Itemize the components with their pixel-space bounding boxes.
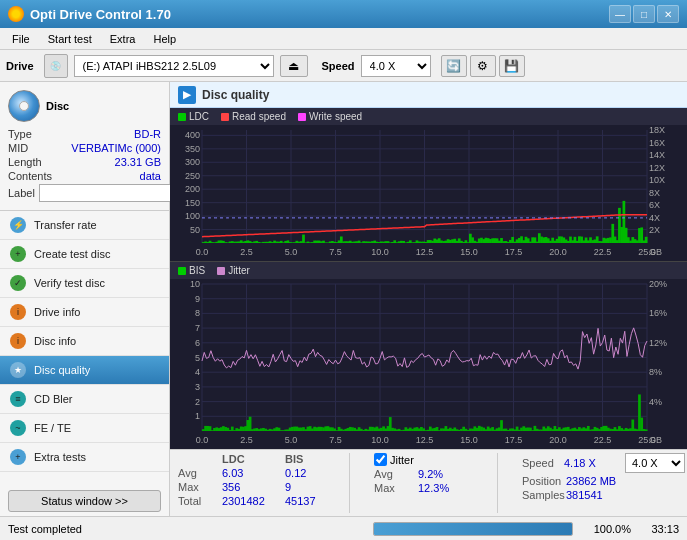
status-text: Test completed xyxy=(8,523,365,535)
length-value: 23.31 GB xyxy=(115,156,161,168)
samples-row: Samples 381541 xyxy=(522,489,685,501)
disc-header-label: Disc xyxy=(46,100,69,112)
cd-bler-label: CD Bler xyxy=(34,393,73,405)
app-icon xyxy=(8,6,24,22)
menu-help[interactable]: Help xyxy=(145,31,184,47)
status-window-button[interactable]: Status window >> xyxy=(8,490,161,512)
speed-label: Speed xyxy=(522,457,558,469)
position-label: Position xyxy=(522,475,558,487)
quality-icon: ▶ xyxy=(178,86,196,104)
drive-bar: Drive 💿 (E:) ATAPI iHBS212 2.5L09 ⏏ Spee… xyxy=(0,50,687,82)
bis-max: 9 xyxy=(285,481,325,493)
chart2-legend: BIS Jitter xyxy=(170,262,687,279)
minimize-button[interactable]: — xyxy=(609,5,631,23)
read-speed-dot xyxy=(221,113,229,121)
write-speed-label: Write speed xyxy=(309,111,362,122)
jitter-label: Jitter xyxy=(228,265,250,276)
ldc-total: 2301482 xyxy=(222,495,277,507)
total-row: Total 2301482 45137 xyxy=(178,495,325,507)
quality-header: ▶ Disc quality xyxy=(170,82,687,108)
label-input[interactable] xyxy=(39,184,172,202)
chart2-canvas xyxy=(170,279,687,449)
speed-select[interactable]: 4.0 X xyxy=(361,55,431,77)
menu-file[interactable]: File xyxy=(4,31,38,47)
sidebar-item-disc-quality[interactable]: ★ Disc quality xyxy=(0,356,169,385)
sidebar-item-create-test-disc[interactable]: + Create test disc xyxy=(0,240,169,269)
sidebar-item-verify-test-disc[interactable]: ✓ Verify test disc xyxy=(0,269,169,298)
contents-value: data xyxy=(140,170,161,182)
ldc-max: 356 xyxy=(222,481,277,493)
sidebar-item-drive-info[interactable]: i Drive info xyxy=(0,298,169,327)
nav-items: ⚡ Transfer rate + Create test disc ✓ Ver… xyxy=(0,211,169,486)
disc-icon xyxy=(8,90,40,122)
status-bar: Test completed 100.0% 33:13 xyxy=(0,516,687,540)
position-row: Position 23862 MB xyxy=(522,475,685,487)
menu-start-test[interactable]: Start test xyxy=(40,31,100,47)
refresh-button[interactable]: 🔄 xyxy=(441,55,467,77)
sidebar: Disc Type BD-R MID VERBATIMc (000) Lengt… xyxy=(0,82,170,516)
max-label: Max xyxy=(178,481,214,493)
samples-label: Samples xyxy=(522,489,558,501)
sidebar-item-extra-tests[interactable]: + Extra tests xyxy=(0,443,169,472)
ldc-avg: 6.03 xyxy=(222,467,277,479)
jitter-check: Jitter xyxy=(374,453,473,466)
drive-info-icon: i xyxy=(10,304,26,320)
sidebar-item-cd-bler[interactable]: ≡ CD Bler xyxy=(0,385,169,414)
jitter-max-row: Max 12.3% xyxy=(374,482,473,494)
drive-info-label: Drive info xyxy=(34,306,80,318)
settings-button[interactable]: ⚙ xyxy=(470,55,496,77)
legend-read-speed: Read speed xyxy=(221,111,286,122)
jitter-max: 12.3% xyxy=(418,482,473,494)
stats-labels-col: LDC BIS Avg 6.03 0.12 Max 356 9 Total 23… xyxy=(178,453,325,507)
content-area: ▶ Disc quality LDC Read speed Write spee… xyxy=(170,82,687,516)
ldc-dot xyxy=(178,113,186,121)
toolbar-icons: 🔄 ⚙ 💾 xyxy=(441,55,525,77)
main-layout: Disc Type BD-R MID VERBATIMc (000) Lengt… xyxy=(0,82,687,516)
disc-info-panel: Disc Type BD-R MID VERBATIMc (000) Lengt… xyxy=(0,82,169,211)
chart1-legend: LDC Read speed Write speed xyxy=(170,108,687,125)
save-button[interactable]: 💾 xyxy=(499,55,525,77)
sidebar-item-transfer-rate[interactable]: ⚡ Transfer rate xyxy=(0,211,169,240)
chart1-wrapper xyxy=(170,125,687,262)
jitter-check-label: Jitter xyxy=(390,454,414,466)
write-speed-dot xyxy=(298,113,306,121)
chart1-canvas xyxy=(170,125,687,261)
menu-bar: File Start test Extra Help xyxy=(0,28,687,50)
close-button[interactable]: ✕ xyxy=(657,5,679,23)
legend-write-speed: Write speed xyxy=(298,111,362,122)
drive-select[interactable]: (E:) ATAPI iHBS212 2.5L09 xyxy=(74,55,274,77)
window-controls: — □ ✕ xyxy=(609,5,679,23)
extra-tests-icon: + xyxy=(10,449,26,465)
avg-label: Avg xyxy=(178,467,214,479)
maximize-button[interactable]: □ xyxy=(633,5,655,23)
disc-info-icon: i xyxy=(10,333,26,349)
jitter-col: Jitter Avg 9.2% Max 12.3% xyxy=(374,453,473,494)
transfer-rate-icon: ⚡ xyxy=(10,217,26,233)
jitter-avg-row: Avg 9.2% xyxy=(374,468,473,480)
legend-jitter: Jitter xyxy=(217,265,250,276)
type-value: BD-R xyxy=(134,128,161,140)
sidebar-item-disc-info[interactable]: i Disc info xyxy=(0,327,169,356)
jitter-checkbox[interactable] xyxy=(374,453,387,466)
eject-button[interactable]: ⏏ xyxy=(280,55,308,77)
label-row: Label 🖼 xyxy=(8,184,161,202)
menu-extra[interactable]: Extra xyxy=(102,31,144,47)
verify-test-disc-label: Verify test disc xyxy=(34,277,105,289)
drive-icon: 💿 xyxy=(44,54,68,78)
jitter-dot xyxy=(217,267,225,275)
type-label: Type xyxy=(8,128,32,140)
sidebar-item-fe-te[interactable]: ~ FE / TE xyxy=(0,414,169,443)
bis-dot xyxy=(178,267,186,275)
speed-select-small[interactable]: 4.0 X xyxy=(625,453,685,473)
ldc-label: LDC xyxy=(189,111,209,122)
samples-value: 381541 xyxy=(566,489,621,501)
contents-row: Contents data xyxy=(8,170,161,182)
mid-value: VERBATIMc (000) xyxy=(71,142,161,154)
disc-info-label: Disc info xyxy=(34,335,76,347)
title-bar: Opti Drive Control 1.70 — □ ✕ xyxy=(0,0,687,28)
speed-pos-col: Speed 4.18 X 4.0 X Position 23862 MB Sam… xyxy=(522,453,685,501)
progress-bar-container xyxy=(373,522,573,536)
read-speed-label: Read speed xyxy=(232,111,286,122)
cd-bler-icon: ≡ xyxy=(10,391,26,407)
label-key: Label xyxy=(8,187,35,199)
